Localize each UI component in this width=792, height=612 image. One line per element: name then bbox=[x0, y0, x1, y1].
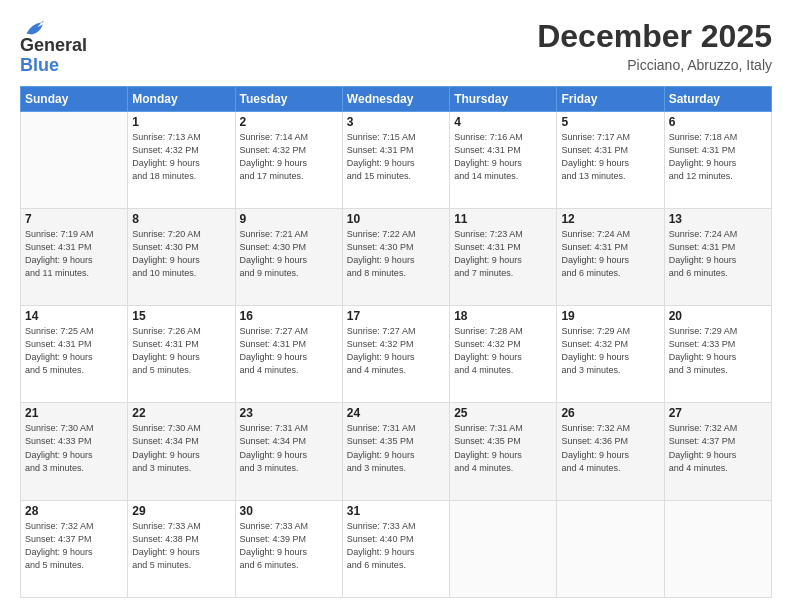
day-info: Sunrise: 7:30 AMSunset: 4:34 PMDaylight:… bbox=[132, 422, 230, 474]
day-info: Sunrise: 7:33 AMSunset: 4:40 PMDaylight:… bbox=[347, 520, 445, 572]
logo: General Blue bbox=[20, 18, 87, 76]
day-info: Sunrise: 7:29 AMSunset: 4:33 PMDaylight:… bbox=[669, 325, 767, 377]
day-number: 29 bbox=[132, 504, 230, 518]
weekday-header-tuesday: Tuesday bbox=[235, 86, 342, 111]
day-number: 9 bbox=[240, 212, 338, 226]
day-info: Sunrise: 7:16 AMSunset: 4:31 PMDaylight:… bbox=[454, 131, 552, 183]
table-row: 14Sunrise: 7:25 AMSunset: 4:31 PMDayligh… bbox=[21, 306, 128, 403]
table-row: 7Sunrise: 7:19 AMSunset: 4:31 PMDaylight… bbox=[21, 208, 128, 305]
day-number: 17 bbox=[347, 309, 445, 323]
day-number: 2 bbox=[240, 115, 338, 129]
weekday-header-wednesday: Wednesday bbox=[342, 86, 449, 111]
day-number: 28 bbox=[25, 504, 123, 518]
table-row: 29Sunrise: 7:33 AMSunset: 4:38 PMDayligh… bbox=[128, 500, 235, 597]
day-info: Sunrise: 7:25 AMSunset: 4:31 PMDaylight:… bbox=[25, 325, 123, 377]
day-number: 16 bbox=[240, 309, 338, 323]
day-number: 15 bbox=[132, 309, 230, 323]
day-info: Sunrise: 7:24 AMSunset: 4:31 PMDaylight:… bbox=[561, 228, 659, 280]
day-info: Sunrise: 7:17 AMSunset: 4:31 PMDaylight:… bbox=[561, 131, 659, 183]
day-number: 7 bbox=[25, 212, 123, 226]
weekday-header-sunday: Sunday bbox=[21, 86, 128, 111]
day-info: Sunrise: 7:31 AMSunset: 4:34 PMDaylight:… bbox=[240, 422, 338, 474]
day-info: Sunrise: 7:32 AMSunset: 4:37 PMDaylight:… bbox=[25, 520, 123, 572]
day-number: 25 bbox=[454, 406, 552, 420]
day-info: Sunrise: 7:31 AMSunset: 4:35 PMDaylight:… bbox=[347, 422, 445, 474]
day-info: Sunrise: 7:21 AMSunset: 4:30 PMDaylight:… bbox=[240, 228, 338, 280]
day-number: 26 bbox=[561, 406, 659, 420]
page: General Blue December 2025 Picciano, Abr… bbox=[0, 0, 792, 612]
month-title: December 2025 bbox=[537, 18, 772, 55]
day-number: 18 bbox=[454, 309, 552, 323]
table-row: 21Sunrise: 7:30 AMSunset: 4:33 PMDayligh… bbox=[21, 403, 128, 500]
day-number: 24 bbox=[347, 406, 445, 420]
day-info: Sunrise: 7:19 AMSunset: 4:31 PMDaylight:… bbox=[25, 228, 123, 280]
table-row bbox=[450, 500, 557, 597]
weekday-header-friday: Friday bbox=[557, 86, 664, 111]
day-info: Sunrise: 7:27 AMSunset: 4:31 PMDaylight:… bbox=[240, 325, 338, 377]
day-info: Sunrise: 7:24 AMSunset: 4:31 PMDaylight:… bbox=[669, 228, 767, 280]
table-row: 30Sunrise: 7:33 AMSunset: 4:39 PMDayligh… bbox=[235, 500, 342, 597]
day-number: 1 bbox=[132, 115, 230, 129]
day-number: 19 bbox=[561, 309, 659, 323]
table-row: 20Sunrise: 7:29 AMSunset: 4:33 PMDayligh… bbox=[664, 306, 771, 403]
day-info: Sunrise: 7:33 AMSunset: 4:38 PMDaylight:… bbox=[132, 520, 230, 572]
day-info: Sunrise: 7:20 AMSunset: 4:30 PMDaylight:… bbox=[132, 228, 230, 280]
table-row: 24Sunrise: 7:31 AMSunset: 4:35 PMDayligh… bbox=[342, 403, 449, 500]
table-row: 4Sunrise: 7:16 AMSunset: 4:31 PMDaylight… bbox=[450, 111, 557, 208]
day-number: 11 bbox=[454, 212, 552, 226]
calendar-table: SundayMondayTuesdayWednesdayThursdayFrid… bbox=[20, 86, 772, 598]
day-info: Sunrise: 7:18 AMSunset: 4:31 PMDaylight:… bbox=[669, 131, 767, 183]
table-row: 8Sunrise: 7:20 AMSunset: 4:30 PMDaylight… bbox=[128, 208, 235, 305]
table-row: 10Sunrise: 7:22 AMSunset: 4:30 PMDayligh… bbox=[342, 208, 449, 305]
table-row: 12Sunrise: 7:24 AMSunset: 4:31 PMDayligh… bbox=[557, 208, 664, 305]
day-number: 4 bbox=[454, 115, 552, 129]
table-row: 6Sunrise: 7:18 AMSunset: 4:31 PMDaylight… bbox=[664, 111, 771, 208]
logo-text-blue: Blue bbox=[20, 55, 59, 75]
table-row: 16Sunrise: 7:27 AMSunset: 4:31 PMDayligh… bbox=[235, 306, 342, 403]
day-number: 21 bbox=[25, 406, 123, 420]
weekday-header-saturday: Saturday bbox=[664, 86, 771, 111]
table-row: 31Sunrise: 7:33 AMSunset: 4:40 PMDayligh… bbox=[342, 500, 449, 597]
table-row: 27Sunrise: 7:32 AMSunset: 4:37 PMDayligh… bbox=[664, 403, 771, 500]
table-row: 3Sunrise: 7:15 AMSunset: 4:31 PMDaylight… bbox=[342, 111, 449, 208]
table-row: 9Sunrise: 7:21 AMSunset: 4:30 PMDaylight… bbox=[235, 208, 342, 305]
table-row: 13Sunrise: 7:24 AMSunset: 4:31 PMDayligh… bbox=[664, 208, 771, 305]
header: General Blue December 2025 Picciano, Abr… bbox=[20, 18, 772, 76]
table-row: 1Sunrise: 7:13 AMSunset: 4:32 PMDaylight… bbox=[128, 111, 235, 208]
day-info: Sunrise: 7:26 AMSunset: 4:31 PMDaylight:… bbox=[132, 325, 230, 377]
day-info: Sunrise: 7:31 AMSunset: 4:35 PMDaylight:… bbox=[454, 422, 552, 474]
table-row: 11Sunrise: 7:23 AMSunset: 4:31 PMDayligh… bbox=[450, 208, 557, 305]
table-row: 23Sunrise: 7:31 AMSunset: 4:34 PMDayligh… bbox=[235, 403, 342, 500]
day-info: Sunrise: 7:32 AMSunset: 4:36 PMDaylight:… bbox=[561, 422, 659, 474]
table-row: 18Sunrise: 7:28 AMSunset: 4:32 PMDayligh… bbox=[450, 306, 557, 403]
day-info: Sunrise: 7:32 AMSunset: 4:37 PMDaylight:… bbox=[669, 422, 767, 474]
table-row: 5Sunrise: 7:17 AMSunset: 4:31 PMDaylight… bbox=[557, 111, 664, 208]
weekday-header-monday: Monday bbox=[128, 86, 235, 111]
day-info: Sunrise: 7:27 AMSunset: 4:32 PMDaylight:… bbox=[347, 325, 445, 377]
day-info: Sunrise: 7:30 AMSunset: 4:33 PMDaylight:… bbox=[25, 422, 123, 474]
table-row bbox=[557, 500, 664, 597]
day-number: 10 bbox=[347, 212, 445, 226]
day-number: 12 bbox=[561, 212, 659, 226]
day-number: 30 bbox=[240, 504, 338, 518]
table-row: 2Sunrise: 7:14 AMSunset: 4:32 PMDaylight… bbox=[235, 111, 342, 208]
table-row bbox=[664, 500, 771, 597]
logo-text-general: General bbox=[20, 36, 87, 56]
day-number: 6 bbox=[669, 115, 767, 129]
day-number: 27 bbox=[669, 406, 767, 420]
table-row: 22Sunrise: 7:30 AMSunset: 4:34 PMDayligh… bbox=[128, 403, 235, 500]
day-number: 5 bbox=[561, 115, 659, 129]
day-info: Sunrise: 7:29 AMSunset: 4:32 PMDaylight:… bbox=[561, 325, 659, 377]
table-row: 15Sunrise: 7:26 AMSunset: 4:31 PMDayligh… bbox=[128, 306, 235, 403]
day-info: Sunrise: 7:14 AMSunset: 4:32 PMDaylight:… bbox=[240, 131, 338, 183]
day-info: Sunrise: 7:15 AMSunset: 4:31 PMDaylight:… bbox=[347, 131, 445, 183]
day-number: 13 bbox=[669, 212, 767, 226]
day-info: Sunrise: 7:33 AMSunset: 4:39 PMDaylight:… bbox=[240, 520, 338, 572]
table-row bbox=[21, 111, 128, 208]
day-info: Sunrise: 7:28 AMSunset: 4:32 PMDaylight:… bbox=[454, 325, 552, 377]
weekday-header-thursday: Thursday bbox=[450, 86, 557, 111]
table-row: 26Sunrise: 7:32 AMSunset: 4:36 PMDayligh… bbox=[557, 403, 664, 500]
day-info: Sunrise: 7:13 AMSunset: 4:32 PMDaylight:… bbox=[132, 131, 230, 183]
day-number: 22 bbox=[132, 406, 230, 420]
day-info: Sunrise: 7:22 AMSunset: 4:30 PMDaylight:… bbox=[347, 228, 445, 280]
